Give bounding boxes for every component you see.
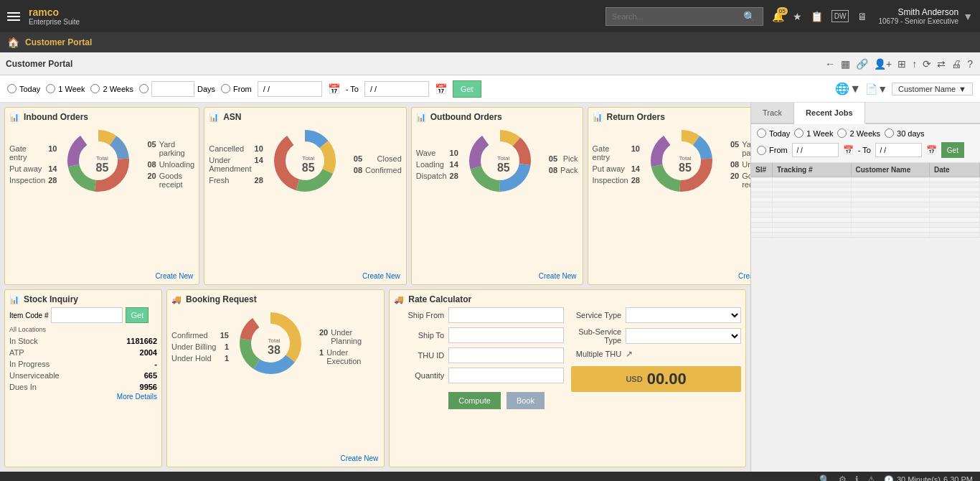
up-icon[interactable]: ↑ [910,57,918,71]
in-progress-row: In Progress - [9,360,157,368]
ship-to-label: Ship To [394,331,444,340]
rate-col-right: Service Type Sub-Service Type Multiple T… [571,307,741,409]
unserviceable-label: Unserviceable [9,371,60,380]
star-icon[interactable]: ★ [793,11,802,22]
asn-create-new[interactable]: Create New [362,272,400,280]
from-calendar-icon[interactable]: 📅 [328,83,340,95]
link-icon[interactable]: 🔗 [854,57,870,71]
ship-to-row: Ship To [394,327,564,343]
panel-get-button[interactable]: Get [941,142,964,158]
return-create-new[interactable]: Create New [738,272,750,280]
multiple-thu-label: Multiple THU [571,350,621,358]
today-radio[interactable] [7,84,17,93]
search-input[interactable] [606,7,763,26]
search-icon[interactable]: 🔍 [743,11,755,22]
outbound-create-new[interactable]: Create New [539,272,577,280]
to-date-input[interactable] [364,81,429,97]
quantity-input[interactable] [448,368,564,383]
user-info: Smith Anderson 10679 - Senior Executive [878,7,958,25]
notification-icon[interactable]: 🔔05 [772,11,784,22]
ship-to-input[interactable] [448,327,564,343]
chart-icon: 📊 [9,113,19,122]
home-icon[interactable]: 🏠 [7,37,19,48]
panel-to-label: - To [858,146,871,154]
week1-radio[interactable] [46,84,55,93]
days-input[interactable] [151,81,194,97]
toolbar: Customer Portal ← ▦ 🔗 👤+ ⊞ ↑ ⟳ ⇄ 🖨 ? [0,52,980,75]
days-radio[interactable] [139,84,149,93]
panel-from-input[interactable] [757,146,766,155]
user-name: Smith Anderson [878,7,958,17]
item-code-input[interactable] [51,307,123,323]
doc-icon[interactable]: 📄▼ [865,83,887,95]
item-code-label: Item Code # [9,312,48,319]
rate-col-left: Ship From Ship To THU ID Quantity [394,307,564,409]
search-status-icon[interactable]: 🔍 [819,475,830,481]
time-value: 6.30 PM [943,475,973,481]
book-button[interactable]: Book [507,392,545,409]
asn-stats-left: Cancelled10 Under Amendment14 Fresh28 [209,144,263,185]
asn-card: 📊 ASN Cancelled10 Under Amendment14 Fres… [204,107,407,285]
booking-create-new[interactable]: Create New [340,454,378,462]
globe-icon[interactable]: 🌐▼ [835,82,861,95]
user-dropdown-icon[interactable]: ▼ [963,11,973,22]
ship-from-input[interactable] [448,307,564,323]
tab-recent-jobs[interactable]: Recent Jobs [794,103,864,124]
panel-filter-row-2: From 📅 - To 📅 Get [757,142,974,158]
today-label: Today [19,85,40,93]
panel-week2-input[interactable] [837,129,847,138]
panel-today-input[interactable] [757,129,766,138]
settings-status-icon[interactable]: ⚙ [839,475,847,481]
hamburger-menu[interactable] [7,12,20,21]
usd-display: USD 00.00 [571,366,741,392]
unserviceable-value: 665 [144,371,157,380]
inbound-title: Inbound Orders [24,112,88,122]
table-row [751,223,980,228]
panel-to-cal-icon[interactable]: 📅 [926,145,937,155]
grid-icon[interactable]: ▦ [839,57,852,71]
brand-sub: Enterprise Suite [29,18,80,26]
back-icon[interactable]: ← [824,57,837,71]
thu-id-input[interactable] [448,347,564,363]
customer-name-label: Customer Name [898,85,956,93]
inbound-stats-left: Gate entry10 Put away14 Inspection28 [9,144,57,185]
panel-to-date[interactable] [875,143,922,157]
service-type-select[interactable] [626,307,741,323]
info-status-icon[interactable]: ℹ [855,475,859,481]
customer-name-dropdown[interactable]: Customer Name ▼ [892,83,973,95]
sync-icon[interactable]: ⇄ [936,57,947,71]
get-button[interactable]: Get [453,80,481,98]
monitor-icon[interactable]: 🖥 [857,11,867,22]
compute-button[interactable]: Compute [448,392,501,409]
user-add-icon[interactable]: 👤+ [872,57,893,71]
tab-track[interactable]: Track [751,103,794,123]
more-details-link[interactable]: More Details [9,393,157,401]
panel-from-cal-icon[interactable]: 📅 [843,145,854,155]
document-icon[interactable]: 📋 [811,11,823,22]
from-radio[interactable] [221,84,230,93]
inbound-create-new[interactable]: Create New [155,272,193,280]
from-label: From [233,85,252,93]
rate-buttons: Compute Book [394,392,564,409]
alert-status-icon[interactable]: ⚠ [867,475,875,481]
stock-get-button[interactable]: Get [126,307,149,323]
panel-week1-input[interactable] [794,129,804,138]
help-icon[interactable]: ? [966,57,974,71]
week1-label: 1 Week [58,85,85,93]
panel-from-date[interactable] [792,143,839,157]
booking-total-num: 38 [268,344,281,357]
atp-label: ATP [9,348,24,357]
print-icon[interactable]: 🖨 [950,57,963,71]
sub-service-type-row: Sub-Service Type [571,327,741,345]
multiple-thu-link[interactable]: ↗ [626,349,633,359]
dw-icon[interactable]: DW [831,10,849,22]
sub-service-type-select[interactable] [626,328,741,344]
week2-radio[interactable] [90,84,100,93]
layout-icon[interactable]: ⊞ [896,57,908,71]
from-date-input[interactable] [258,81,322,97]
panel-30days-input[interactable] [885,129,894,138]
to-calendar-icon[interactable]: 📅 [435,83,447,95]
inbound-orders-card: 📊 Inbound Orders Gate entry10 Put away14… [4,107,199,285]
return-donut: Total 85 [646,125,725,204]
refresh-icon[interactable]: ⟳ [921,57,933,71]
